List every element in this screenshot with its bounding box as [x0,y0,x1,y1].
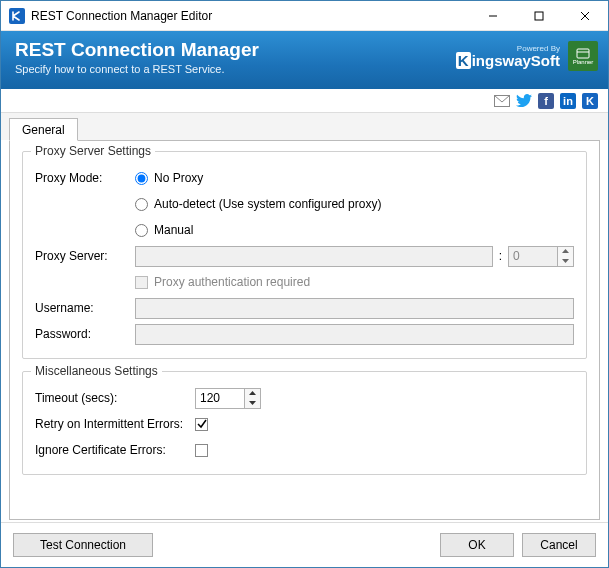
proxy-server-input[interactable] [135,246,493,267]
kingsway-k-icon[interactable]: K [582,93,598,109]
close-button[interactable] [562,1,608,30]
maximize-button[interactable] [516,1,562,30]
app-icon [9,8,25,24]
svg-rect-4 [577,49,589,58]
proxy-username-input[interactable] [135,298,574,319]
timeout-down[interactable] [245,398,260,408]
tab-general[interactable]: General [9,118,78,141]
timeout-up[interactable] [245,389,260,399]
svg-rect-1 [535,12,543,20]
planner-label: Planner [573,59,594,65]
social-icon-strip: f in K [1,89,608,113]
brand-name: ingswaySoft [472,52,560,69]
window-title: REST Connection Manager Editor [31,9,470,23]
radio-manual-label: Manual [154,223,193,237]
dialog-footer: Test Connection OK Cancel [1,522,608,567]
tab-general-content: Proxy Server Settings Proxy Mode: No Pro… [9,140,600,520]
radio-no-proxy[interactable]: No Proxy [135,171,203,185]
proxy-port-spinner[interactable] [508,246,574,267]
proxy-username-label: Username: [35,301,135,315]
brand-k-icon: K [456,52,471,69]
tab-strip: General [1,113,608,140]
minimize-button[interactable] [470,1,516,30]
proxy-port-up[interactable] [558,247,573,257]
planner-logo: Planner [568,41,598,71]
radio-manual[interactable]: Manual [135,223,193,237]
timeout-label: Timeout (secs): [35,391,195,405]
window-titlebar: REST Connection Manager Editor [1,1,608,31]
proxy-port-input[interactable] [509,247,557,266]
retry-checkbox[interactable] [195,418,208,431]
miscellaneous-settings-group: Miscellaneous Settings Timeout (secs): R… [22,371,587,475]
twitter-icon[interactable] [516,93,532,109]
proxy-mode-label: Proxy Mode: [35,171,135,185]
radio-auto-detect-label: Auto-detect (Use system configured proxy… [154,197,381,211]
radio-no-proxy-input[interactable] [135,172,148,185]
proxy-server-settings-group: Proxy Server Settings Proxy Mode: No Pro… [22,151,587,359]
radio-manual-input[interactable] [135,224,148,237]
test-connection-button[interactable]: Test Connection [13,533,153,557]
timeout-spinner[interactable] [195,388,261,409]
timeout-input[interactable] [196,389,244,408]
radio-auto-detect[interactable]: Auto-detect (Use system configured proxy… [135,197,381,211]
proxy-auth-required-checkbox[interactable] [135,276,148,289]
ok-button[interactable]: OK [440,533,514,557]
proxy-auth-required-label: Proxy authentication required [154,275,310,289]
cancel-button[interactable]: Cancel [522,533,596,557]
proxy-password-label: Password: [35,327,135,341]
proxy-port-separator: : [499,249,502,263]
retry-label: Retry on Intermittent Errors: [35,417,195,431]
ignore-cert-label: Ignore Certificate Errors: [35,443,195,457]
proxy-group-legend: Proxy Server Settings [31,144,155,158]
linkedin-icon[interactable]: in [560,93,576,109]
misc-group-legend: Miscellaneous Settings [31,364,162,378]
facebook-icon[interactable]: f [538,93,554,109]
header-banner: REST Connection Manager Specify how to c… [1,31,608,89]
proxy-password-input[interactable] [135,324,574,345]
proxy-port-down[interactable] [558,256,573,266]
ignore-cert-checkbox[interactable] [195,444,208,457]
radio-no-proxy-label: No Proxy [154,171,203,185]
email-icon[interactable] [494,93,510,109]
proxy-server-label: Proxy Server: [35,249,135,263]
kingswaysoft-logo: Powered By KingswaySoft [456,45,560,68]
radio-auto-detect-input[interactable] [135,198,148,211]
